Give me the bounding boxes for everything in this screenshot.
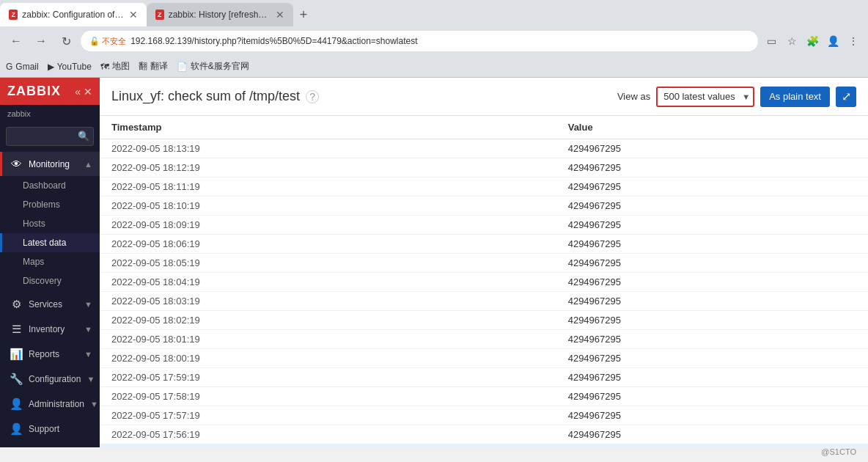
bookmark-software-label: 软件&服务官网 [191,60,249,73]
sidebar-item-services[interactable]: ⚙ Services ▼ [0,292,100,317]
timestamp-cell: 2022-09-05 18:10:19 [100,197,556,216]
bookmark-youtube-label: YouTube [57,62,92,72]
tab-1-close[interactable]: ✕ [129,9,138,21]
gmail-icon: G [6,62,12,72]
bookmark-maps-label: 地图 [112,60,130,73]
view-as-label: View as [617,91,650,102]
value-cell: 4294967295 [556,273,868,292]
bookmarks-bar: G Gmail ▶ YouTube 🗺 地图 翻 翻译 📄 软件&服务官网 [0,56,868,78]
table-row: 2022-09-05 18:11:194294967295 [100,177,868,197]
sidebar-item-reports[interactable]: 📊 Reports ▼ [0,342,100,367]
table-row: 2022-09-05 18:13:194294967295 [100,139,868,158]
sidebar-item-maps[interactable]: Maps [0,252,100,271]
sidebar-item-inventory[interactable]: ☰ Inventory ▼ [0,317,100,342]
bookmark-star[interactable]: ☆ [783,32,801,50]
sidebar-user-label: zabbix [0,105,100,122]
sidebar-item-dashboard[interactable]: Dashboard [0,176,100,195]
sidebar-item-hosts[interactable]: Hosts [0,214,100,233]
value-cell: 4294967295 [556,197,868,216]
tab-2-favicon: Z [155,10,164,20]
monitoring-label: Monitoring [29,159,78,169]
hosts-label: Hosts [23,219,45,229]
value-cell: 4294967295 [556,406,868,425]
bookmark-maps[interactable]: 🗺 地图 [100,60,130,73]
bookmark-software[interactable]: 📄 软件&服务官网 [177,60,249,73]
reports-icon: 📊 [10,348,23,361]
youtube-icon: ▶ [48,62,54,72]
table-row: 2022-09-05 18:10:194294967295 [100,197,868,216]
bookmark-translate[interactable]: 翻 翻译 [139,60,168,73]
sidebar-item-discovery[interactable]: Discovery [0,271,100,290]
administration-arrow: ▼ [90,400,98,408]
timestamp-cell: 2022-09-05 18:13:19 [100,139,556,158]
software-icon: 📄 [177,62,188,72]
expand-button[interactable]: ⤢ [836,87,856,107]
value-cell: 4294967295 [556,349,868,368]
monitoring-arrow: ▲ [84,160,92,169]
table-row: 2022-09-05 18:00:194294967295 [100,349,868,368]
value-cell: 4294967295 [556,292,868,311]
bookmark-gmail[interactable]: G Gmail [6,62,39,72]
table-row: 2022-09-05 18:05:194294967295 [100,254,868,273]
reports-arrow: ▼ [84,350,92,359]
table-row: 2022-09-05 17:58:194294967295 [100,387,868,406]
discovery-label: Discovery [23,276,62,286]
monitoring-icon: 👁 [10,158,23,170]
bookmark-translate-label: 翻译 [150,60,168,73]
sidebar-item-administration[interactable]: 👤 Administration ▼ [0,392,100,417]
sidebar-header: ZABBIX « ✕ [0,78,100,105]
data-table-container: Timestamp Value 2022-09-05 18:13:1942949… [100,116,868,447]
sidebar-item-latest-data[interactable]: Latest data [0,233,100,252]
value-cell: 4294967295 [556,425,868,444]
sidebar-item-configuration[interactable]: 🔧 Configuration ▼ [0,367,100,392]
profile-button[interactable]: 👤 [824,32,842,50]
sidebar-item-support[interactable]: 👤 Support [0,417,100,441]
view-as-select-wrapper: 500 latest values Values Graph ▼ [656,87,754,107]
tab-2-close[interactable]: ✕ [276,9,284,21]
reload-button[interactable]: ↻ [56,31,76,51]
timestamp-cell: 2022-09-05 18:00:19 [100,349,556,368]
table-row: 2022-09-05 18:02:194294967295 [100,311,868,330]
address-text: 192.168.92.139/history.php?itemids%5B0%5… [130,36,417,46]
value-cell: 4294967295 [556,158,868,177]
reports-label: Reports [29,349,78,359]
table-row: 2022-09-05 17:59:194294967295 [100,368,868,387]
browser-chrome: Z zabbix: Configuration of items ✕ Z zab… [0,0,868,78]
new-tab-button[interactable]: + [293,4,314,25]
latest-data-label: Latest data [23,238,66,248]
cast-button[interactable]: ▭ [762,32,780,50]
sidebar-collapse-button[interactable]: « [75,86,81,98]
sidebar-close-button[interactable]: ✕ [84,86,92,98]
history-table: Timestamp Value 2022-09-05 18:13:1942949… [100,116,868,447]
plain-text-button[interactable]: As plain text [760,87,830,107]
table-row: 2022-09-05 18:01:194294967295 [100,330,868,349]
forward-button[interactable]: → [31,31,51,51]
timestamp-cell: 2022-09-05 17:55:19 [100,444,556,448]
value-cell: 4294967295 [556,216,868,235]
app-layout: ZABBIX « ✕ zabbix 🔍 👁 Monitoring ▲ Dashb… [0,78,868,447]
value-cell: 4294967295 [556,254,868,273]
menu-button[interactable]: ⋮ [845,32,862,50]
page-title: Linux_yf: check sum of /tmp/test [111,89,300,104]
value-cell: 4294967295 [556,177,868,197]
timestamp-cell: 2022-09-05 18:12:19 [100,158,556,177]
sidebar-item-monitoring[interactable]: 👁 Monitoring ▲ [0,152,100,176]
bookmark-youtube[interactable]: ▶ YouTube [48,62,92,72]
extensions-button[interactable]: 🧩 [803,32,821,50]
page-title-area: Linux_yf: check sum of /tmp/test ? [111,89,319,104]
view-as-select[interactable]: 500 latest values Values Graph [656,87,754,107]
tab-1[interactable]: Z zabbix: Configuration of items ✕ [0,3,147,26]
main-content: Linux_yf: check sum of /tmp/test ? View … [100,78,868,447]
back-button[interactable]: ← [6,31,26,51]
address-bar[interactable]: 🔓 不安全 192.168.92.139/history.php?itemids… [81,31,758,51]
value-cell: 4294967295 [556,330,868,349]
search-icon: 🔍 [78,131,89,142]
timestamp-cell: 2022-09-05 17:58:19 [100,387,556,406]
services-label: Services [29,299,78,309]
timestamp-cell: 2022-09-05 18:06:19 [100,235,556,254]
sidebar-item-integrations[interactable]: Z Integrations [0,441,100,447]
configuration-icon: 🔧 [10,373,23,386]
sidebar-item-problems[interactable]: Problems [0,195,100,214]
help-button[interactable]: ? [306,90,319,103]
tab-2[interactable]: Z zabbix: History [refreshed eve... ✕ [147,3,293,26]
